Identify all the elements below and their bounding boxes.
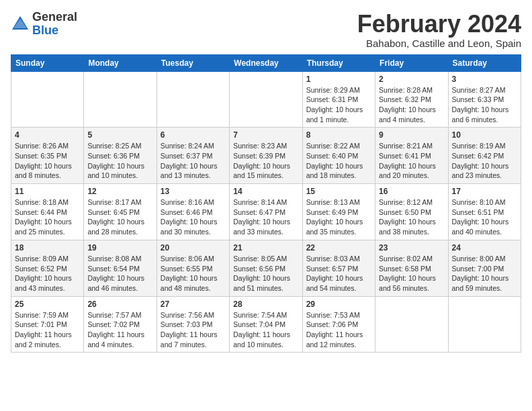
day-info: Sunrise: 8:27 AMSunset: 6:33 PMDaylight:… <box>452 85 517 125</box>
day-info: Sunrise: 8:24 AMSunset: 6:37 PMDaylight:… <box>161 141 226 181</box>
calendar-header-wednesday: Wednesday <box>230 54 302 71</box>
day-number: 4 <box>15 130 80 140</box>
day-info: Sunrise: 8:17 AMSunset: 6:45 PMDaylight:… <box>87 197 152 237</box>
calendar-cell: 4Sunrise: 8:26 AMSunset: 6:35 PMDaylight… <box>11 128 84 184</box>
calendar-week-row: 18Sunrise: 8:09 AMSunset: 6:52 PMDayligh… <box>11 240 521 296</box>
day-number: 27 <box>161 300 226 309</box>
day-info: Sunrise: 8:16 AMSunset: 6:46 PMDaylight:… <box>161 197 226 237</box>
calendar-cell: 6Sunrise: 8:24 AMSunset: 6:37 PMDaylight… <box>157 128 229 184</box>
day-info: Sunrise: 7:57 AMSunset: 7:02 PMDaylight:… <box>87 310 152 350</box>
month-title: February 2024 <box>357 11 521 38</box>
calendar-cell: 18Sunrise: 8:09 AMSunset: 6:52 PMDayligh… <box>11 240 84 296</box>
day-number: 9 <box>379 130 444 140</box>
calendar-cell: 26Sunrise: 7:57 AMSunset: 7:02 PMDayligh… <box>84 296 157 353</box>
calendar-header-saturday: Saturday <box>448 54 521 71</box>
calendar-header-friday: Friday <box>375 54 448 71</box>
day-number: 2 <box>379 75 444 84</box>
day-number: 14 <box>233 187 298 196</box>
day-number: 26 <box>87 300 152 309</box>
day-info: Sunrise: 8:26 AMSunset: 6:35 PMDaylight:… <box>15 141 80 181</box>
day-number: 20 <box>161 243 226 253</box>
day-number: 17 <box>452 187 517 196</box>
calendar-cell: 22Sunrise: 8:03 AMSunset: 6:57 PMDayligh… <box>302 240 375 296</box>
calendar-cell: 10Sunrise: 8:19 AMSunset: 6:42 PMDayligh… <box>448 128 521 184</box>
calendar-cell: 13Sunrise: 8:16 AMSunset: 6:46 PMDayligh… <box>157 184 229 240</box>
day-number: 13 <box>161 187 226 196</box>
day-info: Sunrise: 8:22 AMSunset: 6:40 PMDaylight:… <box>306 141 371 181</box>
calendar-cell: 16Sunrise: 8:12 AMSunset: 6:50 PMDayligh… <box>375 184 448 240</box>
calendar-cell: 17Sunrise: 8:10 AMSunset: 6:51 PMDayligh… <box>448 184 521 240</box>
page-header: General Blue February 2024 Bahabon, Cast… <box>11 11 521 49</box>
day-info: Sunrise: 7:54 AMSunset: 7:04 PMDaylight:… <box>233 310 298 350</box>
logo-text: General Blue <box>32 11 77 38</box>
calendar-header-thursday: Thursday <box>302 54 375 71</box>
calendar-cell: 21Sunrise: 8:05 AMSunset: 6:56 PMDayligh… <box>230 240 302 296</box>
calendar-week-row: 4Sunrise: 8:26 AMSunset: 6:35 PMDaylight… <box>11 128 521 184</box>
calendar-cell: 3Sunrise: 8:27 AMSunset: 6:33 PMDaylight… <box>448 71 521 128</box>
day-info: Sunrise: 8:13 AMSunset: 6:49 PMDaylight:… <box>306 197 371 237</box>
day-info: Sunrise: 7:53 AMSunset: 7:06 PMDaylight:… <box>306 310 371 350</box>
calendar-cell: 25Sunrise: 7:59 AMSunset: 7:01 PMDayligh… <box>11 296 84 353</box>
calendar-cell <box>230 71 302 128</box>
day-number: 1 <box>306 75 371 84</box>
calendar-cell: 12Sunrise: 8:17 AMSunset: 6:45 PMDayligh… <box>84 184 157 240</box>
location-subtitle: Bahabon, Castille and Leon, Spain <box>357 38 521 49</box>
day-number: 25 <box>15 300 80 309</box>
day-number: 24 <box>452 243 517 253</box>
day-info: Sunrise: 8:25 AMSunset: 6:36 PMDaylight:… <box>87 141 152 181</box>
day-number: 19 <box>87 243 152 253</box>
day-number: 29 <box>306 300 371 309</box>
day-info: Sunrise: 8:19 AMSunset: 6:42 PMDaylight:… <box>452 141 517 181</box>
calendar-cell: 29Sunrise: 7:53 AMSunset: 7:06 PMDayligh… <box>302 296 375 353</box>
calendar-cell: 15Sunrise: 8:13 AMSunset: 6:49 PMDayligh… <box>302 184 375 240</box>
calendar-cell: 2Sunrise: 8:28 AMSunset: 6:32 PMDaylight… <box>375 71 448 128</box>
calendar-header-sunday: Sunday <box>11 54 84 71</box>
day-info: Sunrise: 8:00 AMSunset: 7:00 PMDaylight:… <box>452 254 517 293</box>
day-number: 5 <box>87 130 152 140</box>
day-number: 8 <box>306 130 371 140</box>
day-number: 15 <box>306 187 371 196</box>
day-number: 21 <box>233 243 298 253</box>
day-info: Sunrise: 8:06 AMSunset: 6:55 PMDaylight:… <box>161 254 226 293</box>
day-number: 12 <box>87 187 152 196</box>
calendar-header-row: SundayMondayTuesdayWednesdayThursdayFrid… <box>11 54 521 71</box>
day-number: 18 <box>15 243 80 253</box>
day-info: Sunrise: 8:09 AMSunset: 6:52 PMDaylight:… <box>15 254 80 293</box>
day-info: Sunrise: 8:10 AMSunset: 6:51 PMDaylight:… <box>452 197 517 237</box>
calendar-cell: 24Sunrise: 8:00 AMSunset: 7:00 PMDayligh… <box>448 240 521 296</box>
day-info: Sunrise: 8:29 AMSunset: 6:31 PMDaylight:… <box>306 85 371 125</box>
day-info: Sunrise: 7:59 AMSunset: 7:01 PMDaylight:… <box>15 310 80 350</box>
day-info: Sunrise: 8:05 AMSunset: 6:56 PMDaylight:… <box>233 254 298 293</box>
calendar-cell: 11Sunrise: 8:18 AMSunset: 6:44 PMDayligh… <box>11 184 84 240</box>
day-info: Sunrise: 8:23 AMSunset: 6:39 PMDaylight:… <box>233 141 298 181</box>
day-number: 23 <box>379 243 444 253</box>
calendar-week-row: 25Sunrise: 7:59 AMSunset: 7:01 PMDayligh… <box>11 296 521 353</box>
logo-icon <box>11 15 30 34</box>
svg-marker-1 <box>13 19 27 28</box>
calendar-cell <box>84 71 157 128</box>
calendar-cell: 28Sunrise: 7:54 AMSunset: 7:04 PMDayligh… <box>230 296 302 353</box>
day-info: Sunrise: 8:02 AMSunset: 6:58 PMDaylight:… <box>379 254 444 293</box>
calendar-cell: 7Sunrise: 8:23 AMSunset: 6:39 PMDaylight… <box>230 128 302 184</box>
title-block: February 2024 Bahabon, Castille and Leon… <box>357 11 521 49</box>
day-number: 3 <box>452 75 517 84</box>
calendar-header-monday: Monday <box>84 54 157 71</box>
day-number: 22 <box>306 243 371 253</box>
calendar-cell: 19Sunrise: 8:08 AMSunset: 6:54 PMDayligh… <box>84 240 157 296</box>
day-number: 11 <box>15 187 80 196</box>
calendar-week-row: 1Sunrise: 8:29 AMSunset: 6:31 PMDaylight… <box>11 71 521 128</box>
day-number: 6 <box>161 130 226 140</box>
calendar-table: SundayMondayTuesdayWednesdayThursdayFrid… <box>11 54 521 353</box>
day-number: 16 <box>379 187 444 196</box>
day-info: Sunrise: 8:21 AMSunset: 6:41 PMDaylight:… <box>379 141 444 181</box>
calendar-cell: 1Sunrise: 8:29 AMSunset: 6:31 PMDaylight… <box>302 71 375 128</box>
calendar-cell <box>11 71 84 128</box>
calendar-cell: 20Sunrise: 8:06 AMSunset: 6:55 PMDayligh… <box>157 240 229 296</box>
calendar-cell <box>157 71 229 128</box>
calendar-cell: 27Sunrise: 7:56 AMSunset: 7:03 PMDayligh… <box>157 296 229 353</box>
day-info: Sunrise: 8:14 AMSunset: 6:47 PMDaylight:… <box>233 197 298 237</box>
calendar-cell: 8Sunrise: 8:22 AMSunset: 6:40 PMDaylight… <box>302 128 375 184</box>
day-number: 10 <box>452 130 517 140</box>
calendar-week-row: 11Sunrise: 8:18 AMSunset: 6:44 PMDayligh… <box>11 184 521 240</box>
day-info: Sunrise: 8:28 AMSunset: 6:32 PMDaylight:… <box>379 85 444 125</box>
